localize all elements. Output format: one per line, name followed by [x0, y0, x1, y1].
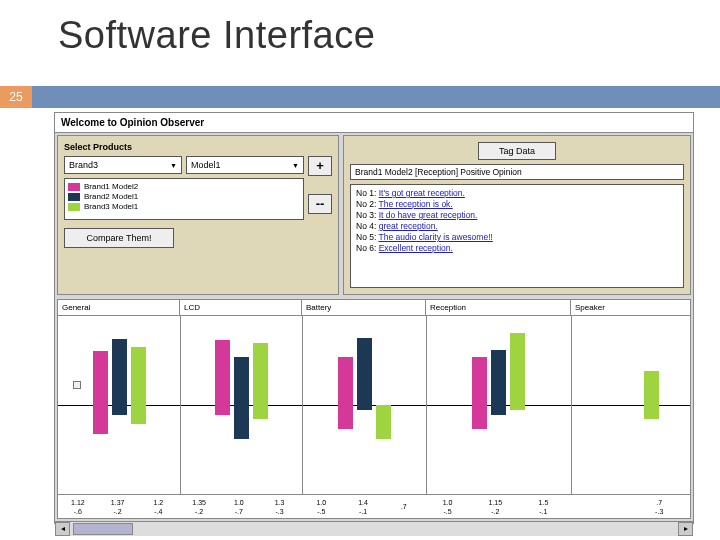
- chart-divider: [426, 316, 427, 494]
- chart-body: [58, 316, 690, 494]
- chevron-down-icon: ▼: [170, 162, 177, 169]
- opinion-link[interactable]: The reception is ok.: [379, 199, 453, 209]
- scroll-left-button[interactable]: ◂: [55, 522, 70, 536]
- chart-tick: 1.4-.1: [342, 495, 384, 518]
- chart-tick: 1.5-.1: [519, 495, 568, 518]
- page-number: 25: [0, 86, 32, 108]
- brand-dropdown[interactable]: Brand3 ▼: [64, 156, 182, 174]
- opinion-item: No 6: Excellent reception.: [356, 243, 678, 253]
- chart-tick: 1.3-.3: [259, 495, 301, 518]
- chart-panel: General LCD Battery Reception Speaker 1.…: [57, 299, 691, 519]
- add-product-button[interactable]: +: [308, 156, 332, 176]
- select-products-label: Select Products: [64, 142, 332, 152]
- legend-label: Brand3 Model1: [84, 202, 138, 211]
- chart-bar: [644, 371, 659, 405]
- chart-bar: [491, 405, 506, 415]
- remove-product-button[interactable]: --: [308, 194, 332, 214]
- legend-row: Brand3 Model1: [68, 202, 300, 211]
- opinion-num: No 6:: [356, 243, 376, 253]
- opinion-header: Brand1 Model2 [Reception] Positive Opini…: [350, 164, 684, 180]
- opinion-panel: Tag Data Brand1 Model2 [Reception] Posit…: [343, 135, 691, 295]
- chevron-down-icon: ▼: [292, 162, 299, 169]
- opinion-num: No 1:: [356, 188, 376, 198]
- swatch-icon: [68, 203, 80, 211]
- chart-bar: [131, 405, 146, 424]
- opinion-item: No 1: It's got great reception.: [356, 188, 678, 198]
- app-window: Welcome to Opinion Observer Select Produ…: [54, 112, 694, 524]
- chart-divider: [571, 316, 572, 494]
- chart-bar: [253, 343, 268, 405]
- facet-header: Reception: [426, 300, 571, 315]
- facet-header: LCD: [180, 300, 302, 315]
- opinion-num: No 3:: [356, 210, 376, 220]
- chart-bar: [510, 405, 525, 410]
- chart-tick: 1.2-.4: [138, 495, 180, 518]
- legend-box: Brand1 Model2 Brand2 Model1 Brand3 Model…: [64, 178, 304, 220]
- legend-row: Brand2 Model1: [68, 192, 300, 201]
- facet-headers: General LCD Battery Reception Speaker: [58, 300, 690, 316]
- chart-tick: 1.0-.5: [424, 495, 472, 518]
- selectors-row: Brand3 ▼ Model1 ▼: [64, 156, 304, 174]
- chart-bar: [215, 405, 230, 415]
- horizontal-scrollbar[interactable]: ◂ ▸: [55, 521, 693, 536]
- opinion-num: No 5:: [356, 232, 376, 242]
- legend-label: Brand1 Model2: [84, 182, 138, 191]
- chart-bar: [112, 339, 127, 405]
- chart-tick: 1.35-.2: [179, 495, 219, 518]
- opinion-item: No 4: great reception.: [356, 221, 678, 231]
- chart-divider: [180, 316, 181, 494]
- opinion-link[interactable]: Excellent reception.: [379, 243, 453, 253]
- chart-bar: [253, 405, 268, 419]
- opinion-link[interactable]: It's got great reception.: [379, 188, 465, 198]
- legend-row: Brand1 Model2: [68, 182, 300, 191]
- chart-bar: [472, 405, 487, 429]
- chart-bar: [93, 405, 108, 434]
- opinion-item: No 5: The audio clarity is awesome!!: [356, 232, 678, 242]
- opinion-link[interactable]: The audio clarity is awesome!!: [379, 232, 493, 242]
- scroll-thumb[interactable]: [73, 523, 133, 535]
- chart-ticks: 1.12-.61.37-.21.2-.41.35-.21.0-.71.3-.31…: [58, 494, 690, 518]
- chart-bar: [215, 340, 230, 405]
- chart-bar: [112, 405, 127, 415]
- chart-tick: 1.12-.6: [58, 495, 98, 518]
- tag-data-button[interactable]: Tag Data: [478, 142, 556, 160]
- accent-bar: [0, 86, 720, 108]
- chart-bar: [338, 357, 353, 405]
- chart-bar: [472, 357, 487, 405]
- chart-divider: [302, 316, 303, 494]
- select-products-panel: Select Products Brand3 ▼ Model1 ▼: [57, 135, 339, 295]
- chart-tick: 1.15-.2: [471, 495, 519, 518]
- legend-label: Brand2 Model1: [84, 192, 138, 201]
- facet-header: Battery: [302, 300, 426, 315]
- opinion-item: No 3: It do have great reception.: [356, 210, 678, 220]
- opinion-link[interactable]: great reception.: [379, 221, 438, 231]
- facet-header: General: [58, 300, 180, 315]
- chart-bar: [357, 338, 372, 405]
- slide-title: Software Interface: [58, 14, 375, 57]
- opinion-list: No 1: It's got great reception. No 2: Th…: [350, 184, 684, 288]
- opinion-num: No 2:: [356, 199, 376, 209]
- chart-bar: [491, 350, 506, 405]
- chart-bar: [357, 405, 372, 410]
- chart-bar: [644, 405, 659, 419]
- resize-handle-icon[interactable]: [73, 381, 81, 389]
- model-dropdown[interactable]: Model1 ▼: [186, 156, 304, 174]
- chart-tick: 1.0-.7: [219, 495, 259, 518]
- window-title: Welcome to Opinion Observer: [55, 113, 693, 133]
- chart-bar: [131, 347, 146, 405]
- swatch-icon: [68, 193, 80, 201]
- compare-button[interactable]: Compare Them!: [64, 228, 174, 248]
- facet-header: Speaker: [571, 300, 690, 315]
- scroll-right-button[interactable]: ▸: [678, 522, 693, 536]
- chart-tick: 1.37-.2: [98, 495, 138, 518]
- chart-tick: .7: [384, 495, 424, 518]
- chart-bar: [510, 333, 525, 405]
- chart-bar: [234, 357, 249, 405]
- opinion-link[interactable]: It do have great reception.: [379, 210, 478, 220]
- swatch-icon: [68, 183, 80, 191]
- slide: Software Interface 25 Welcome to Opinion…: [0, 0, 720, 540]
- upper-region: Select Products Brand3 ▼ Model1 ▼: [55, 133, 693, 297]
- model-dropdown-value: Model1: [191, 160, 221, 170]
- chart-bar: [376, 405, 391, 439]
- chart-bar: [338, 405, 353, 429]
